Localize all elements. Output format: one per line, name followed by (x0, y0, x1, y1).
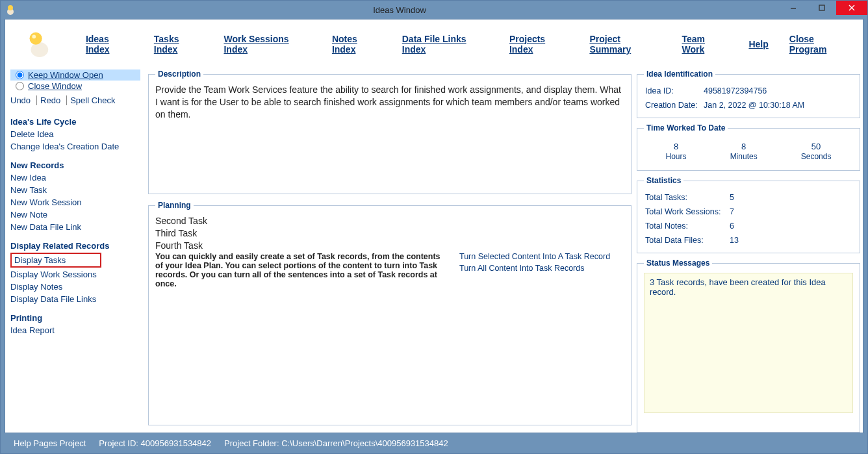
undo-action[interactable]: Undo (10, 95, 34, 105)
menu-notes-index[interactable]: Notes Index (332, 34, 381, 55)
idea-identification-legend: Idea Identification (644, 69, 715, 79)
app-window: Ideas Window Ideas Index (0, 0, 868, 454)
new-data-file-link[interactable]: New Data File Link (10, 221, 140, 233)
stat-work-sessions: Total Work Sessions: 7 (644, 205, 853, 219)
stat-files-value: 13 (730, 236, 739, 245)
menu-work-sessions-index[interactable]: Work Sessions Index (223, 34, 311, 55)
svg-point-5 (30, 32, 42, 45)
center-column: Description Provide the Team Work Servic… (148, 69, 632, 433)
hours-label: Hours (666, 152, 687, 161)
display-tasks[interactable]: Display Tasks (10, 253, 101, 268)
display-work-sessions[interactable]: Display Work Sessions (10, 268, 140, 281)
status-project-folder: Project Folder: C:\Users\Darren\Projects… (224, 438, 448, 448)
svg-rect-3 (819, 5, 824, 10)
menu-data-file-links-index[interactable]: Data File Links Index (402, 34, 489, 55)
menu-tasks-index[interactable]: Tasks Index (154, 34, 203, 55)
planning-text[interactable]: Second Task Third Task Fourth Task (155, 215, 624, 252)
stat-ws-label: Total Work Sessions: (645, 207, 730, 216)
svg-point-1 (8, 5, 13, 10)
printing-head: Printing (10, 312, 140, 324)
hours-value: 8 (666, 142, 687, 151)
creation-date-value: Jan 2, 2022 @ 10:30:18 AM (704, 101, 804, 110)
delete-idea[interactable]: Delete Idea (10, 128, 140, 140)
mini-actions: Undo Redo Spell Check (10, 92, 140, 109)
turn-selected-into-task[interactable]: Turn Selected Content Into A Task Record (459, 252, 610, 261)
redo-action[interactable]: Redo (36, 95, 64, 105)
description-text[interactable]: Provide the Team Work Services feature t… (155, 84, 624, 121)
life-cycle-head: Idea's Life Cycle (10, 116, 140, 128)
planning-links: Turn Selected Content Into A Task Record… (459, 252, 610, 273)
close-button[interactable] (836, 1, 867, 15)
new-idea[interactable]: New Idea (10, 171, 140, 184)
description-fieldset: Description Provide the Team Work Servic… (148, 69, 632, 194)
menu-project-summary[interactable]: Project Summary (589, 34, 661, 55)
window-title: Ideas Window (20, 5, 779, 15)
stat-tasks-value: 5 (730, 193, 734, 202)
status-message-text: 3 Task records, have been created for th… (644, 273, 853, 413)
idea-id-row: Idea ID: 49581972394756 (644, 84, 853, 98)
menu-team-work[interactable]: Team Work (682, 34, 728, 55)
display-notes[interactable]: Display Notes (10, 281, 140, 293)
idea-report[interactable]: Idea Report (10, 324, 140, 336)
svg-point-6 (32, 35, 36, 39)
minutes-value: 8 (730, 142, 758, 151)
section-display-related: Display Related Records Display Tasks Di… (10, 240, 140, 305)
radio-keep-window-open-label: Keep Window Open (28, 70, 103, 80)
svg-point-4 (31, 42, 48, 57)
statistics-fieldset: Statistics Total Tasks: 5 Total Work Ses… (637, 176, 860, 253)
planning-bottom: You can quickly and easily create a set … (155, 252, 624, 288)
menu-help[interactable]: Help (748, 39, 768, 49)
stat-notes-label: Total Notes: (645, 221, 730, 231)
stat-data-files: Total Data Files: 13 (644, 233, 853, 247)
minimize-button[interactable] (779, 1, 808, 15)
idea-id-value: 49581972394756 (704, 86, 767, 95)
menu-close-program[interactable]: Close Program (789, 34, 851, 55)
idea-identification-fieldset: Idea Identification Idea ID: 49581972394… (637, 69, 860, 118)
planning-hint: You can quickly and easily create a set … (155, 252, 441, 288)
statistics-legend: Statistics (644, 176, 683, 185)
display-related-head: Display Related Records (10, 240, 140, 252)
stat-tasks-label: Total Tasks: (645, 193, 730, 202)
planning-line: Second Task (155, 215, 624, 227)
radio-keep-window-open-input[interactable] (16, 71, 24, 79)
time-worked-fieldset: Time Worked To Date 8 Hours 8 Minutes 50 (637, 123, 860, 171)
right-column: Idea Identification Idea ID: 49581972394… (637, 69, 860, 433)
new-task[interactable]: New Task (10, 184, 140, 196)
new-note[interactable]: New Note (10, 208, 140, 221)
menu-ideas-index[interactable]: Ideas Index (86, 34, 133, 55)
menubar: Ideas Index Tasks Index Work Sessions In… (5, 19, 863, 69)
change-creation-date[interactable]: Change Idea's Creation Date (10, 140, 140, 153)
statusbar: Help Pages Project Project ID: 400956931… (5, 435, 863, 451)
titlebar: Ideas Window (1, 1, 867, 19)
seconds-value: 50 (801, 142, 832, 151)
stat-notes: Total Notes: 6 (644, 219, 853, 233)
display-data-file-links[interactable]: Display Data File Links (10, 293, 140, 305)
new-work-session[interactable]: New Work Session (10, 196, 140, 208)
spell-check-action[interactable]: Spell Check (66, 95, 118, 105)
minutes-cell: 8 Minutes (730, 142, 758, 161)
app-icon (5, 4, 16, 16)
radio-close-window-input[interactable] (16, 82, 24, 90)
logo-icon (23, 29, 53, 60)
window-controls (779, 1, 867, 19)
description-legend: Description (155, 69, 203, 79)
planning-line: Fourth Task (155, 240, 624, 252)
section-new-records: New Records New Idea New Task New Work S… (10, 159, 140, 233)
maximize-button[interactable] (808, 1, 836, 15)
turn-all-into-tasks[interactable]: Turn All Content Into Task Records (459, 264, 610, 273)
status-project-id: Project ID: 400956931534842 (99, 438, 211, 448)
status-messages-fieldset: Status Messages 3 Task records, have bee… (637, 259, 860, 433)
menu-projects-index[interactable]: Projects Index (509, 34, 569, 55)
stat-ws-value: 7 (730, 207, 734, 216)
planning-legend: Planning (155, 201, 194, 210)
status-help-pages: Help Pages Project (14, 438, 86, 448)
seconds-cell: 50 Seconds (801, 142, 832, 161)
creation-date-label: Creation Date: (645, 101, 704, 110)
idea-id-label: Idea ID: (645, 86, 704, 95)
planning-line: Third Task (155, 227, 624, 240)
radio-keep-window-open[interactable]: Keep Window Open (10, 69, 140, 81)
section-life-cycle: Idea's Life Cycle Delete Idea Change Ide… (10, 116, 140, 153)
hours-cell: 8 Hours (666, 142, 687, 161)
radio-close-window[interactable]: Close Window (10, 81, 140, 92)
client-area: Ideas Index Tasks Index Work Sessions In… (5, 19, 863, 433)
